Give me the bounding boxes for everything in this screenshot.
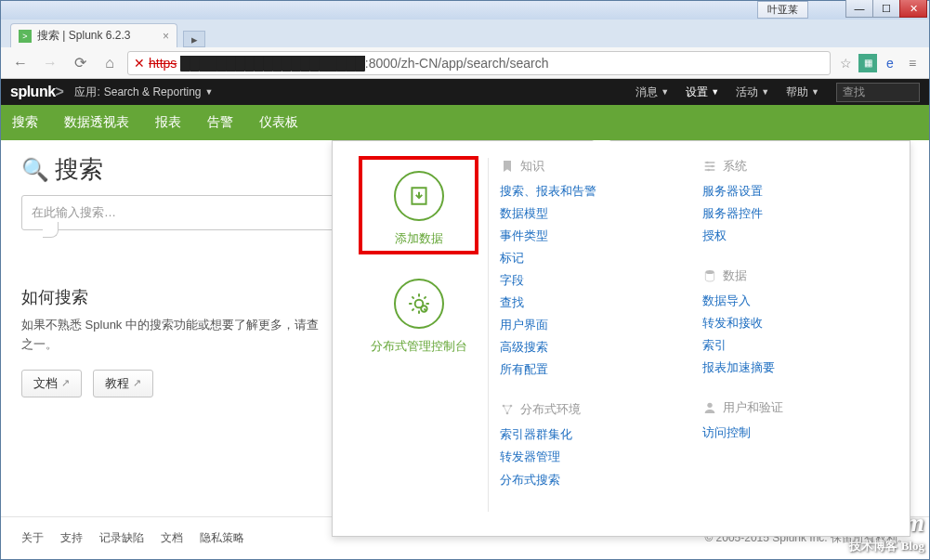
docs-button[interactable]: 文档↗ — [21, 370, 82, 397]
splunk-top-bar: splunk> 应用: Search & Reporting ▼ 消息▼ 设置▼… — [1, 79, 929, 105]
external-link-icon: ↗ — [133, 377, 141, 389]
footer-privacy[interactable]: 隐私策略 — [200, 530, 244, 546]
extension-icon[interactable]: ▦ — [858, 54, 877, 72]
nav-alerts[interactable]: 告警 — [207, 114, 233, 131]
nav-reports[interactable]: 报表 — [155, 114, 181, 131]
users-section: 用户和验证 访问控制 — [702, 399, 883, 444]
window-maximize-button[interactable]: ☐ — [872, 0, 900, 18]
dd-link[interactable]: 事件类型 — [500, 225, 680, 247]
dd-link[interactable]: 访问控制 — [702, 422, 883, 444]
sliders-icon — [702, 159, 717, 174]
browser-tabstrip: > 搜索 | Splunk 6.2.3 × ▸ — [1, 20, 929, 47]
browser-tab[interactable]: > 搜索 | Splunk 6.2.3 × — [10, 23, 177, 47]
footer-about[interactable]: 关于 — [21, 530, 44, 546]
splunk-favicon-icon: > — [19, 30, 32, 43]
dmc-icon — [394, 279, 444, 329]
reload-button[interactable]: ⟳ — [68, 51, 92, 75]
network-icon — [500, 402, 515, 417]
splunk-logo[interactable]: splunk> — [10, 84, 63, 100]
tab-close-icon[interactable]: × — [163, 30, 169, 43]
dd-link[interactable]: 高级搜索 — [500, 336, 680, 358]
app-prefix: 应用: — [74, 85, 99, 100]
dd-link[interactable]: 搜索、报表和告警 — [500, 180, 680, 202]
footer-docs[interactable]: 文档 — [161, 530, 183, 546]
dd-link[interactable]: 所有配置 — [500, 358, 680, 381]
page-body: 🔍 搜索 在此输入搜索… 如何搜索 如果不熟悉 Splunk 中的搜索功能或想要… — [1, 140, 929, 559]
dd-link[interactable]: 分布式搜索 — [500, 469, 680, 491]
dd-link[interactable]: 索引 — [702, 334, 883, 357]
home-button[interactable]: ⌂ — [98, 51, 122, 75]
dd-link[interactable]: 授权 — [702, 225, 883, 247]
svg-point-5 — [706, 162, 709, 164]
dd-link[interactable]: 用户界面 — [500, 314, 680, 336]
nav-dashboards[interactable]: 仪表板 — [259, 114, 298, 131]
svg-point-9 — [707, 403, 712, 408]
window-close-button[interactable]: ✕ — [899, 0, 927, 18]
activity-menu[interactable]: 活动▼ — [736, 85, 769, 100]
search-title-icon: 🔍 — [21, 157, 49, 183]
dd-link[interactable]: 转发器管理 — [500, 446, 680, 468]
add-data-tile[interactable]: 添加数据 — [360, 158, 477, 253]
window-user-badge: 叶亚莱 — [757, 1, 808, 19]
external-link-icon: ↗ — [61, 377, 70, 389]
app-switcher[interactable]: 应用: Search & Reporting ▼ — [74, 85, 213, 100]
back-button[interactable]: ← — [8, 51, 33, 75]
system-section: 系统 服务器设置 服务器控件 授权 — [702, 158, 883, 247]
browser-toolbar: ← → ⟳ ⌂ ✕ https ████████████████████ :80… — [1, 47, 929, 79]
dd-link[interactable]: 标记 — [500, 247, 680, 269]
app-nav: 搜索 数据透视表 报表 告警 仪表板 — [1, 105, 929, 140]
dd-link[interactable]: 数据模型 — [500, 202, 680, 225]
database-icon — [702, 268, 717, 283]
dd-link[interactable]: 服务器设置 — [702, 180, 883, 202]
dmc-label: 分布式管理控制台 — [360, 338, 477, 355]
footer-support[interactable]: 支持 — [60, 530, 83, 546]
add-data-icon — [394, 171, 444, 221]
add-data-label: 添加数据 — [362, 230, 475, 247]
dmc-tile[interactable]: 分布式管理控制台 — [360, 279, 477, 355]
new-tab-button[interactable]: ▸ — [183, 31, 205, 47]
url-path: :8000/zh-CN/app/search/search — [365, 56, 549, 71]
bookmark-star-icon[interactable]: ☆ — [836, 54, 855, 72]
knowledge-section: 知识 搜索、报表和告警 数据模型 事件类型 标记 字段 查找 用户界面 高级搜索… — [500, 158, 680, 381]
svg-point-6 — [711, 165, 714, 168]
dd-link[interactable]: 字段 — [500, 269, 680, 292]
svg-point-8 — [705, 270, 714, 274]
bookmark-icon — [500, 159, 515, 174]
dd-link[interactable]: 索引器群集化 — [500, 423, 680, 446]
nav-pivot[interactable]: 数据透视表 — [64, 114, 129, 131]
url-scheme: https — [149, 56, 177, 71]
ie-tab-icon[interactable]: e — [881, 54, 899, 72]
caret-down-icon: ▼ — [204, 87, 213, 97]
lock-warning-icon: ✕ — [134, 56, 145, 71]
find-input[interactable]: 查找 — [836, 83, 920, 102]
distributed-section: 分布式环境 索引器群集化 转发器管理 分布式搜索 — [500, 401, 680, 490]
window-minimize-button[interactable]: — — [845, 0, 873, 18]
forward-button[interactable]: → — [38, 51, 62, 75]
data-section: 数据 数据导入 转发和接收 索引 报表加速摘要 — [702, 267, 883, 379]
search-placeholder: 在此输入搜索… — [32, 204, 116, 221]
url-host: ████████████████████ — [180, 56, 364, 71]
dd-link[interactable]: 转发和接收 — [702, 312, 883, 334]
svg-point-1 — [421, 306, 427, 312]
address-bar[interactable]: ✕ https ████████████████████ :8000/zh-CN… — [127, 51, 831, 75]
nav-search[interactable]: 搜索 — [12, 114, 38, 131]
svg-point-7 — [707, 169, 710, 172]
settings-menu[interactable]: 设置▼ — [686, 85, 719, 100]
app-name: Search & Reporting — [104, 85, 202, 98]
messages-menu[interactable]: 消息▼ — [635, 85, 669, 100]
settings-dropdown: 添加数据 分布式管理控制台 知识 搜索、报表和告警 数据模型 事件类型 标记 字… — [332, 140, 910, 537]
dd-link[interactable]: 服务器控件 — [702, 202, 883, 225]
tutorial-button[interactable]: 教程↗ — [93, 370, 153, 397]
tab-title: 搜索 | Splunk 6.2.3 — [37, 28, 131, 44]
dd-link[interactable]: 数据导入 — [702, 290, 883, 312]
dd-link[interactable]: 报表加速摘要 — [702, 357, 883, 379]
dd-link[interactable]: 查找 — [500, 292, 680, 314]
menu-icon[interactable]: ≡ — [903, 54, 922, 72]
user-icon — [702, 400, 717, 415]
window-titlebar: 叶亚莱 — ☐ ✕ — [1, 1, 929, 20]
footer-bug[interactable]: 记录缺陷 — [99, 530, 144, 546]
help-menu[interactable]: 帮助▼ — [786, 85, 819, 100]
